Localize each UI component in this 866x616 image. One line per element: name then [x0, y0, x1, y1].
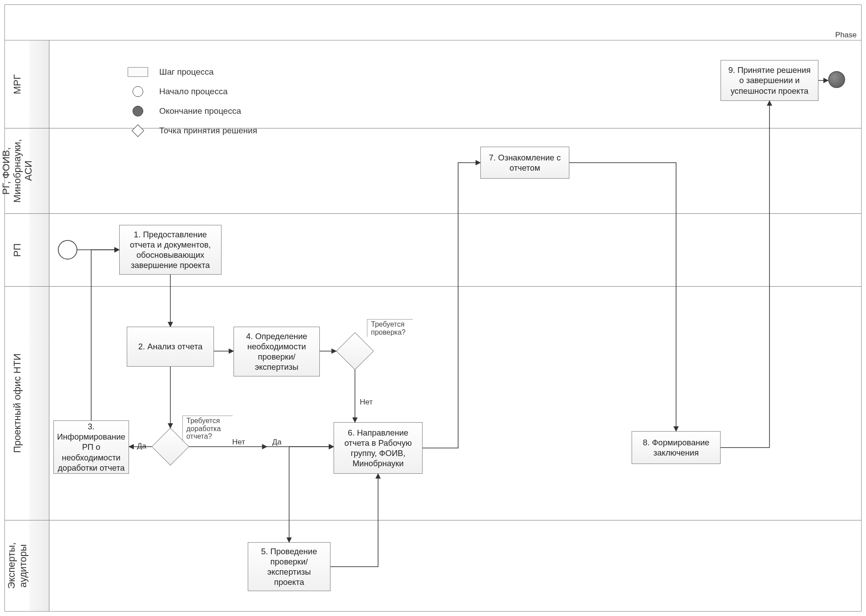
- edge-label-no-rework: Нет: [231, 438, 246, 447]
- legend-row-decision: Точка принятия решения: [125, 121, 257, 140]
- legend-label-end: Окончание процесса: [151, 106, 241, 116]
- phase-header: Phase: [5, 30, 861, 40]
- end-event-icon: [125, 106, 151, 116]
- edge-label-yes-check: Да: [271, 438, 282, 447]
- gateway-note-rework: Требуется доработка отчета?: [182, 416, 233, 441]
- lane-title-mrg: МРГ: [5, 40, 29, 128]
- legend: Шаг процесса Начало процесса Окончание п…: [125, 62, 257, 140]
- node-3-inform-rp: 3. Информирование РП о необходимости дор…: [53, 420, 129, 474]
- node-5-expertise: 5. Проведение проверки/ экспертизы проек…: [248, 542, 330, 591]
- edge-label-yes-rework: Да: [136, 442, 147, 451]
- node-6-direct-report: 6. Направление отчета в Рабочую группу, …: [334, 422, 423, 474]
- diagram-viewport: Phase МРГ РГ, ФОИВ, Минобрнауки, АСИ РП …: [0, 0, 866, 616]
- start-event-icon: [125, 86, 151, 97]
- legend-label-step: Шаг процесса: [151, 67, 213, 77]
- legend-label-decision: Точка принятия решения: [151, 126, 257, 136]
- node-7-review-report: 7. Ознакомление с отчетом: [480, 147, 569, 179]
- legend-label-start: Начало процесса: [151, 87, 228, 96]
- lane-band: [29, 287, 49, 520]
- lane-separator: [5, 286, 861, 287]
- phase-top-gutter: [5, 5, 861, 30]
- node-2-report-analysis: 2. Анализ отчета: [127, 327, 214, 367]
- start-event: [58, 240, 77, 260]
- process-step-icon: [125, 67, 151, 77]
- legend-row-end: Окончание процесса: [125, 101, 257, 121]
- legend-row-step: Шаг процесса: [125, 62, 257, 82]
- end-event: [828, 71, 845, 88]
- legend-row-start: Начало процесса: [125, 82, 257, 101]
- lane-title-project-office: Проектный офис НТИ: [5, 287, 29, 520]
- node-4-need-check: 4. Определение необходимости проверки/ э…: [234, 327, 320, 376]
- lane-separator: [5, 520, 861, 520]
- lane-band: [29, 520, 49, 611]
- edge-label-no-check: Нет: [359, 398, 374, 407]
- gateway-note-check: Требуется проверка?: [367, 319, 413, 337]
- lane-separator: [5, 213, 861, 214]
- node-1-report-submission: 1. Предоставление отчета и документов, о…: [119, 225, 222, 275]
- lane-title-rg-foiv: РГ, ФОИВ, Минобрнауки, АСИ: [5, 128, 29, 213]
- lane-band: [29, 214, 49, 286]
- node-9-decision: 9. Принятие решения о завершении и успеш…: [721, 60, 818, 101]
- node-8-conclusion: 8. Формирование заключения: [632, 431, 721, 464]
- decision-point-icon: [125, 126, 151, 135]
- lane-title-experts: Эксперты, аудиторы: [5, 520, 29, 611]
- lane-band: [29, 40, 49, 128]
- lane-title-rp: РП: [5, 214, 29, 286]
